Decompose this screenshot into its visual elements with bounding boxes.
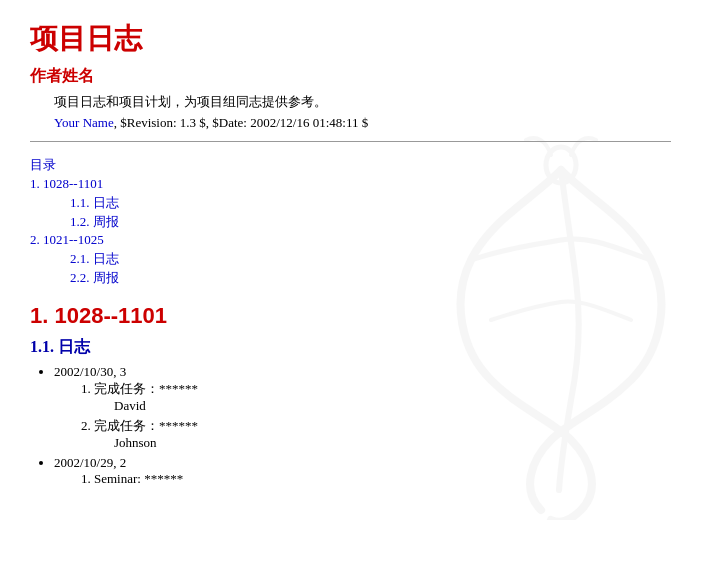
section-divider [30, 141, 671, 142]
entry-1029-item-1-text: Seminar: ****** [94, 471, 183, 486]
subtitle-text: 项目日志和项目计划，为项目组同志提供参考。 [54, 93, 671, 111]
entry-1030-item-1-sub: David [114, 398, 671, 414]
journal-entry-1029: 2002/10/29, 2 Seminar: ****** [54, 455, 671, 487]
entry-1030-items: 完成任务：****** David 完成任务：****** Johnson [94, 380, 671, 451]
toc-section: 目录 1. 1028--1101 1.1. 日志 1.2. 周报 2. 1021… [30, 156, 671, 287]
section-1-heading: 1. 1028--1101 [30, 303, 671, 329]
entry-1029-item-1: Seminar: ****** [94, 471, 671, 487]
entry-1030-item-2-text: 完成任务：****** [94, 418, 198, 433]
toc-item-1021[interactable]: 2. 1021--1025 [30, 232, 671, 248]
journal-entry-list: 2002/10/30, 3 完成任务：****** David 完成任务：***… [54, 364, 671, 487]
revision-line: Your Name, $Revision: 1.3 $, $Date: 2002… [54, 115, 671, 131]
entry-1030-item-1-text: 完成任务：****** [94, 381, 198, 396]
journal-entry-1030: 2002/10/30, 3 完成任务：****** David 完成任务：***… [54, 364, 671, 451]
entry-1029-items: Seminar: ****** [94, 471, 671, 487]
your-name-link[interactable]: Your Name [54, 115, 114, 130]
entry-1030-item-2: 完成任务：****** Johnson [94, 417, 671, 451]
toc-item-2-2[interactable]: 2.2. 周报 [70, 269, 671, 287]
entry-1030-item-2-sub: Johnson [114, 435, 671, 451]
entry-date-1030: 2002/10/30, 3 [54, 364, 126, 379]
subsection-1-1-heading: 1.1. 日志 [30, 337, 671, 358]
author-heading: 作者姓名 [30, 66, 671, 87]
entry-1030-item-1: 完成任务：****** David [94, 380, 671, 414]
toc-item-1-1[interactable]: 1.1. 日志 [70, 194, 671, 212]
page-title: 项目日志 [30, 20, 671, 58]
toc-item-2-1[interactable]: 2.1. 日志 [70, 250, 671, 268]
revision-text: , $Revision: 1.3 $, $Date: 2002/12/16 01… [114, 115, 368, 130]
entry-date-1029: 2002/10/29, 2 [54, 455, 126, 470]
toc-label[interactable]: 目录 [30, 156, 671, 174]
toc-item-1-2[interactable]: 1.2. 周报 [70, 213, 671, 231]
toc-item-1028[interactable]: 1. 1028--1101 [30, 176, 671, 192]
